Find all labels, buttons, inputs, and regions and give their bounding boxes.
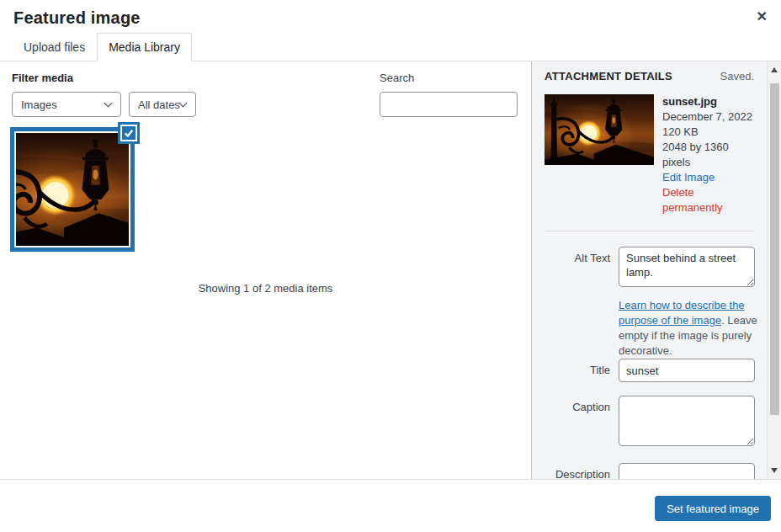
attachment-details-heading: ATTACHMENT DETAILS (545, 70, 672, 82)
scrollbar-thumb[interactable] (770, 83, 779, 415)
alt-text-field[interactable]: Sunset behind a street lamp. (619, 247, 755, 287)
attachment-filesize: 120 KB (662, 125, 754, 140)
scroll-down-icon[interactable] (771, 468, 778, 473)
scroll-up-icon[interactable] (771, 67, 778, 72)
filter-media-label: Filter media (12, 72, 196, 84)
title-label: Title (545, 359, 610, 382)
attachment-dimensions: 2048 by 1360 pixels (662, 140, 754, 170)
description-field[interactable] (619, 463, 755, 479)
attachment-date: December 7, 2022 (662, 109, 754, 125)
details-divider (545, 231, 754, 231)
attachment-filename: sunset.jpg (662, 94, 754, 109)
media-type-select[interactable]: Images (12, 92, 121, 117)
caption-label: Caption (545, 396, 610, 450)
search-input[interactable] (380, 92, 518, 117)
search-group: Search (380, 72, 518, 117)
edit-image-link[interactable]: Edit Image (662, 170, 754, 185)
selected-check-icon[interactable] (120, 125, 137, 141)
chevron-down-icon (179, 99, 188, 108)
media-item-sunset[interactable] (10, 127, 135, 252)
close-icon[interactable]: ✕ (755, 8, 769, 25)
delete-permanently-link[interactable]: Delete permanently (662, 185, 754, 215)
attachment-preview (545, 94, 654, 165)
alt-text-label: Alt Text (545, 247, 610, 290)
media-type-value: Images (21, 98, 57, 111)
title-field[interactable] (619, 359, 755, 382)
caption-field[interactable] (619, 396, 755, 446)
chevron-down-icon (104, 99, 113, 108)
modal-header: Featured image ✕ (0, 0, 781, 33)
date-filter-select[interactable]: All dates (129, 92, 196, 117)
tab-media-library[interactable]: Media Library (97, 33, 192, 61)
search-label: Search (380, 72, 518, 84)
media-thumbnail (14, 131, 130, 247)
description-label: Description (545, 463, 610, 479)
panel-scrollbar[interactable] (767, 61, 781, 479)
attachment-info: sunset.jpg December 7, 2022 120 KB 2048 … (545, 94, 754, 215)
set-featured-image-button[interactable]: Set featured image (655, 496, 771, 521)
date-filter-value: All dates (138, 98, 180, 111)
media-count-text: Showing 1 of 2 media items (0, 282, 531, 295)
page-title: Featured image (13, 8, 768, 28)
attachment-details-panel: ATTACHMENT DETAILS Saved. sunset.jpg Dec… (531, 61, 781, 479)
media-library-pane: Filter media Images All dates Search (0, 61, 531, 479)
tab-upload-files[interactable]: Upload files (12, 33, 97, 61)
modal-footer: Set featured image (0, 479, 781, 527)
filter-group: Filter media Images All dates (12, 72, 196, 117)
alt-text-help: Learn how to describe the purpose of the… (619, 298, 758, 359)
media-toolbar: Filter media Images All dates Search (12, 72, 518, 117)
tab-bar: Upload files Media Library (0, 33, 781, 61)
modal-content: Filter media Images All dates Search (0, 61, 781, 479)
saved-status: Saved. (720, 70, 754, 82)
